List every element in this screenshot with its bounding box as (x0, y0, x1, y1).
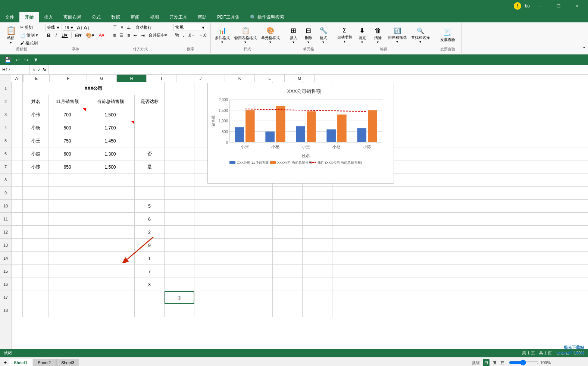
undo-qat-button[interactable]: ↩ (14, 56, 21, 63)
cell-F7[interactable]: 1,500 (86, 160, 135, 173)
cell-B14[interactable] (23, 252, 49, 265)
cell-F16[interactable] (86, 278, 135, 291)
row-header-2[interactable]: 2 (0, 95, 11, 108)
page-break-view-button[interactable]: ⊟ (499, 359, 506, 366)
cell-E5[interactable]: 750 (49, 134, 86, 147)
cell-G12[interactable]: 2 (135, 226, 165, 239)
cell-H10[interactable] (165, 200, 194, 213)
cell-M13[interactable] (332, 239, 362, 252)
cell-E14[interactable] (49, 252, 86, 265)
cell-A9[interactable] (12, 187, 23, 200)
align-right-button[interactable]: ≡ (126, 32, 131, 39)
cell-E13[interactable] (49, 239, 86, 252)
cell-A12[interactable] (12, 226, 23, 239)
cell-H14[interactable] (165, 252, 194, 265)
conditional-format-button[interactable]: 📊 条件格式 ▼ (213, 26, 232, 45)
sort-filter-button[interactable]: 🔃 排序和筛选 ▼ (386, 26, 409, 45)
cell-E6[interactable]: 600 (49, 147, 86, 160)
cell-F13[interactable] (86, 239, 135, 252)
cell-L14[interactable] (303, 252, 332, 265)
cell-G3[interactable] (135, 108, 165, 121)
cell-E9[interactable] (49, 187, 86, 200)
cell-A5[interactable] (12, 134, 23, 147)
cell-B3[interactable]: 小张 (23, 108, 49, 121)
cell-B13[interactable] (23, 239, 49, 252)
cell-A6[interactable] (12, 147, 23, 160)
cell-A1[interactable] (12, 82, 23, 95)
cell-J16[interactable] (224, 278, 273, 291)
cell-F14[interactable] (86, 252, 135, 265)
row-header-7[interactable]: 7 (0, 160, 11, 173)
cell-H12[interactable] (165, 226, 194, 239)
cell-E4[interactable]: 500 (49, 121, 86, 134)
cell-E8[interactable] (49, 173, 86, 187)
cell-I17[interactable] (194, 291, 224, 304)
cell-E18[interactable] (49, 304, 86, 317)
row-header-3[interactable]: 3 (0, 108, 11, 121)
cell-H13[interactable] (165, 239, 194, 252)
cell-G10[interactable]: 5 (135, 200, 165, 213)
cell-K15[interactable] (273, 265, 303, 278)
row-header-5[interactable]: 5 (0, 134, 11, 147)
insert-button[interactable]: ⊞ 插入 ▼ (287, 26, 301, 45)
cell-L11[interactable] (303, 213, 332, 226)
cell-L10[interactable] (303, 200, 332, 213)
row-header-10[interactable]: 10 (0, 200, 11, 213)
cell-A17[interactable] (12, 291, 23, 304)
border-button[interactable]: ⊞▾ (74, 32, 83, 38)
cell-A3[interactable] (12, 108, 23, 121)
col-header-J[interactable]: J (176, 75, 225, 82)
cell-I11[interactable] (194, 213, 224, 226)
cell-B17[interactable] (23, 291, 49, 304)
font-decrease-button[interactable]: A↓ (84, 25, 90, 31)
col-header-F[interactable]: F (50, 75, 87, 82)
cell-B18[interactable] (23, 304, 49, 317)
cell-G9[interactable] (135, 187, 165, 200)
cell-M10[interactable] (332, 200, 362, 213)
cell-A8[interactable] (12, 173, 23, 187)
font-color-button[interactable]: A▾ (97, 32, 106, 38)
row-header-8[interactable]: 8 (0, 173, 11, 187)
cell-H1[interactable] (165, 82, 194, 95)
cell-L15[interactable] (303, 265, 332, 278)
cell-E3[interactable]: 700 (49, 108, 86, 121)
cell-K13[interactable] (273, 239, 303, 252)
redo-qat-button[interactable]: ↪ (23, 56, 30, 63)
tab-formulas[interactable]: 公式 (87, 12, 106, 22)
find-select-button[interactable]: 🔍 查找和选择 ▼ (409, 26, 432, 45)
cell-B2[interactable]: 姓名 (23, 95, 49, 108)
cell-L18[interactable] (303, 304, 332, 317)
insert-function-button[interactable]: fx (43, 67, 46, 72)
tab-pdf[interactable]: PDF工具集 (212, 12, 245, 22)
cell-G17[interactable] (135, 291, 165, 304)
zoom-slider[interactable] (509, 360, 539, 366)
font-increase-button[interactable]: A↑ (77, 25, 83, 31)
cell-H4[interactable] (165, 121, 194, 134)
cell-J14[interactable] (224, 252, 273, 265)
cell-M14[interactable] (332, 252, 362, 265)
cell-I10[interactable] (194, 200, 224, 213)
tab-insert[interactable]: 插入 (39, 12, 58, 22)
cell-F9[interactable] (86, 187, 135, 200)
cell-B6[interactable]: 小赵 (23, 147, 49, 160)
row-header-16[interactable]: 16 (0, 278, 11, 291)
cell-B15[interactable] (23, 265, 49, 278)
cell-F3[interactable]: 1,500 (86, 108, 135, 121)
minimize-button[interactable]: ─ (532, 0, 549, 12)
align-center-button[interactable]: ☰ (118, 32, 125, 39)
tab-pagelayout[interactable]: 页面布局 (58, 12, 87, 22)
cell-M11[interactable] (332, 213, 362, 226)
cell-G16[interactable]: 3 (135, 278, 165, 291)
clear-button[interactable]: 🗑 清除 ▼ (370, 26, 385, 45)
cell-B4[interactable]: 小杨 (23, 121, 49, 134)
merge-center-button[interactable]: 合并居中▾ (147, 32, 169, 39)
cell-B9[interactable] (23, 187, 49, 200)
cell-B8[interactable] (23, 173, 49, 187)
cell-A14[interactable] (12, 252, 23, 265)
cell-G15[interactable]: 7 (135, 265, 165, 278)
cell-H6[interactable] (165, 147, 194, 160)
cell-J17[interactable] (224, 291, 273, 304)
cell-M17[interactable] (332, 291, 362, 304)
align-top-button[interactable]: ⊤ (112, 24, 118, 31)
cell-L17[interactable] (303, 291, 332, 304)
